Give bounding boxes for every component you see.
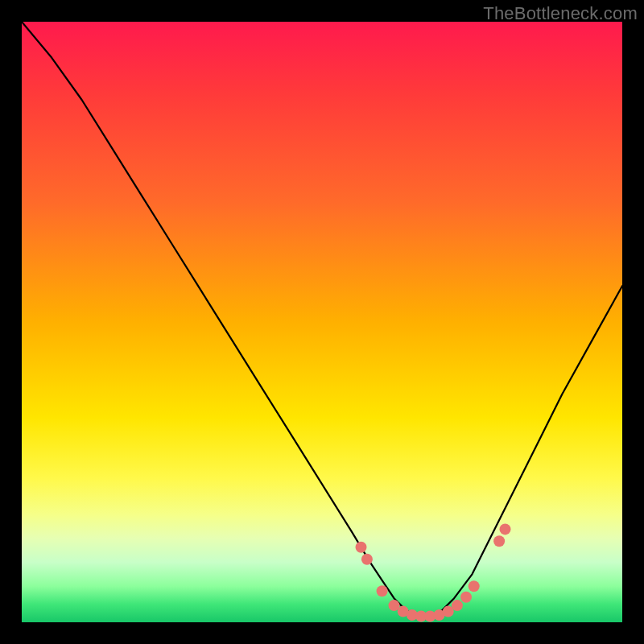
chart-frame: TheBottleneck.com	[0, 0, 644, 644]
curve-marker	[377, 585, 388, 597]
curve-marker	[452, 600, 463, 611]
plot-area	[22, 22, 622, 622]
curve-marker	[500, 523, 511, 535]
curve-marker	[361, 554, 373, 565]
bottleneck-curve	[22, 22, 622, 617]
curve-marker	[460, 592, 472, 603]
curve-marker	[493, 535, 505, 547]
curve-marker	[356, 542, 367, 553]
curve-marker	[469, 580, 480, 592]
chart-svg	[22, 22, 622, 622]
curve-markers	[356, 523, 511, 621]
